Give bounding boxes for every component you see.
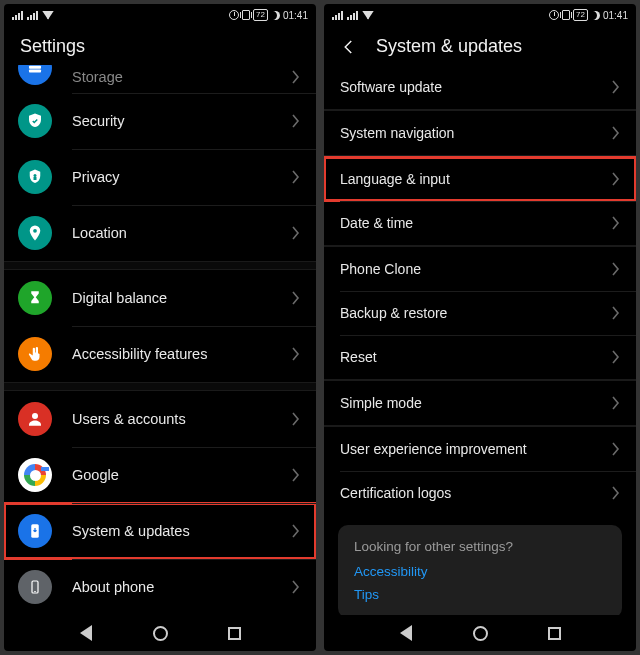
clock: 01:41 [283, 10, 308, 21]
item-label: Certification logos [340, 485, 612, 501]
phone-update-icon [18, 514, 52, 548]
android-navbar [4, 615, 316, 651]
status-bar: 72 01:41 [4, 4, 316, 26]
signal-icon-2 [347, 11, 358, 20]
nav-home-button[interactable] [151, 624, 169, 642]
user-icon [18, 402, 52, 436]
nav-recents-button[interactable] [545, 624, 563, 642]
vibrate-icon [242, 10, 250, 20]
item-label: User experience improvement [340, 441, 612, 457]
item-ux-improvement[interactable]: User experience improvement [324, 427, 636, 471]
alarm-icon [549, 10, 559, 20]
hourglass-icon [18, 281, 52, 315]
settings-item-users[interactable]: Users & accounts [4, 391, 316, 447]
chevron-right-icon [612, 216, 620, 230]
dnd-icon [591, 11, 600, 20]
settings-list[interactable]: Storage Security Privacy Location [4, 65, 316, 615]
item-certification-logos[interactable]: Certification logos [324, 471, 636, 515]
chevron-right-icon [612, 126, 620, 140]
chevron-right-icon [612, 486, 620, 500]
svg-rect-1 [29, 70, 41, 73]
status-bar: 72 01:41 [324, 4, 636, 26]
settings-item-label: Digital balance [72, 290, 292, 306]
nav-recents-button[interactable] [225, 624, 243, 642]
hint-link-accessibility[interactable]: Accessibility [354, 564, 606, 579]
vibrate-icon [562, 10, 570, 20]
settings-item-accessibility[interactable]: Accessibility features [4, 326, 316, 382]
item-label: Reset [340, 349, 612, 365]
settings-item-about-phone[interactable]: About phone [4, 559, 316, 615]
item-language-input[interactable]: Language & input [324, 157, 636, 201]
battery-badge: 72 [253, 9, 268, 21]
item-label: Phone Clone [340, 261, 612, 277]
settings-item-label: About phone [72, 579, 292, 595]
header: Settings [4, 26, 316, 65]
chevron-right-icon [292, 226, 300, 240]
wifi-icon [42, 11, 54, 20]
item-date-time[interactable]: Date & time [324, 201, 636, 245]
settings-item-digital-balance[interactable]: Digital balance [4, 270, 316, 326]
chevron-right-icon [612, 396, 620, 410]
item-system-navigation[interactable]: System navigation [324, 111, 636, 155]
settings-item-storage[interactable]: Storage [4, 65, 316, 93]
chevron-right-icon [292, 524, 300, 538]
alarm-icon [229, 10, 239, 20]
settings-item-label: Storage [72, 69, 292, 85]
settings-item-privacy[interactable]: Privacy [4, 149, 316, 205]
settings-item-label: Google [72, 467, 292, 483]
settings-item-label: Users & accounts [72, 411, 292, 427]
svg-point-2 [34, 174, 37, 177]
chevron-right-icon [612, 262, 620, 276]
chevron-right-icon [292, 580, 300, 594]
item-label: Backup & restore [340, 305, 612, 321]
chevron-right-icon [292, 347, 300, 361]
chevron-right-icon [292, 70, 300, 84]
back-button[interactable] [340, 38, 358, 56]
wifi-icon [362, 11, 374, 20]
signal-icon [332, 11, 343, 20]
settings-item-label: Security [72, 113, 292, 129]
settings-item-google[interactable]: Google [4, 447, 316, 503]
page-title: Settings [20, 36, 85, 57]
settings-item-location[interactable]: Location [4, 205, 316, 261]
item-phone-clone[interactable]: Phone Clone [324, 247, 636, 291]
svg-point-4 [33, 229, 37, 233]
chevron-right-icon [612, 172, 620, 186]
chevron-right-icon [612, 306, 620, 320]
system-updates-list[interactable]: Software update System navigation Langua… [324, 65, 636, 615]
chevron-right-icon [292, 412, 300, 426]
chevron-right-icon [292, 468, 300, 482]
android-navbar [324, 615, 636, 651]
page-title: System & updates [376, 36, 522, 57]
location-pin-icon [18, 216, 52, 250]
hand-icon [18, 337, 52, 371]
chevron-right-icon [612, 442, 620, 456]
hint-link-tips[interactable]: Tips [354, 587, 606, 602]
chevron-right-icon [292, 291, 300, 305]
item-software-update[interactable]: Software update [324, 65, 636, 109]
settings-item-security[interactable]: Security [4, 93, 316, 149]
svg-rect-3 [34, 177, 37, 180]
settings-item-system-updates[interactable]: System & updates [4, 503, 316, 559]
item-label: System navigation [340, 125, 612, 141]
nav-home-button[interactable] [471, 624, 489, 642]
svg-point-5 [32, 413, 38, 419]
privacy-icon [18, 160, 52, 194]
nav-back-button[interactable] [397, 624, 415, 642]
chevron-right-icon [292, 114, 300, 128]
hint-title: Looking for other settings? [354, 539, 606, 554]
storage-icon [18, 65, 52, 85]
item-simple-mode[interactable]: Simple mode [324, 381, 636, 425]
settings-item-label: Accessibility features [72, 346, 292, 362]
google-icon [18, 458, 52, 492]
item-reset[interactable]: Reset [324, 335, 636, 379]
settings-item-label: Privacy [72, 169, 292, 185]
clock: 01:41 [603, 10, 628, 21]
phone-right: 72 01:41 System & updates Software updat… [324, 4, 636, 651]
chevron-right-icon [292, 170, 300, 184]
item-backup-restore[interactable]: Backup & restore [324, 291, 636, 335]
item-label: Date & time [340, 215, 612, 231]
nav-back-button[interactable] [77, 624, 95, 642]
other-settings-card: Looking for other settings? Accessibilit… [338, 525, 622, 615]
item-label: Software update [340, 79, 612, 95]
